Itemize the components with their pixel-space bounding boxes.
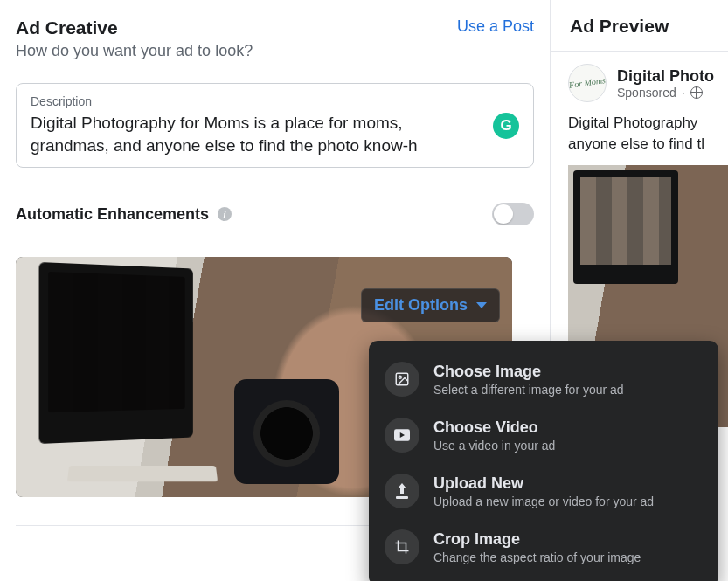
choose-video-option[interactable]: Choose Video Use a video in your ad [376,407,711,463]
sponsored-label: Sponsored [617,86,676,100]
upload-new-sub: Upload a new image or video for your ad [433,495,654,508]
ad-preview-header: Ad Preview [551,0,728,52]
description-label: Description [31,94,482,108]
description-text[interactable]: Digital Photography for Moms is a place … [31,112,482,156]
automatic-enhancements-toggle[interactable] [492,203,534,225]
page-avatar[interactable]: For Moms [568,64,607,102]
choose-video-title: Choose Video [433,418,555,437]
automatic-enhancements-label: Automatic Enhancements [16,205,209,224]
upload-icon [385,474,419,508]
crop-image-sub: Change the aspect ratio of your image [433,550,641,564]
choose-video-sub: Use a video in your ad [433,439,555,453]
crop-image-title: Crop Image [433,530,641,549]
page-name[interactable]: Digital Photo [617,67,714,86]
choose-image-option[interactable]: Choose Image Select a different image fo… [376,351,711,407]
info-icon[interactable]: i [218,207,232,221]
edit-options-button[interactable]: Edit Options [361,288,500,322]
use-a-post-link[interactable]: Use a Post [457,17,534,36]
upload-new-option[interactable]: Upload New Upload a new image or video f… [376,463,711,519]
edit-options-dropdown: Choose Image Select a different image fo… [369,341,718,581]
video-icon [385,418,419,453]
edit-options-label: Edit Options [374,296,468,315]
svg-rect-4 [396,496,408,499]
svg-point-1 [399,376,401,378]
crop-image-option[interactable]: Crop Image Change the aspect ratio of yo… [376,519,711,575]
choose-image-sub: Select a different image for your ad [433,383,624,397]
chevron-down-icon [476,302,487,308]
image-icon [385,362,419,397]
section-subtitle: How do you want your ad to look? [16,42,534,60]
grammarly-icon[interactable]: G [493,113,519,139]
globe-icon [690,86,703,99]
upload-new-title: Upload New [433,474,654,493]
description-field[interactable]: Description Digital Photography for Moms… [16,83,534,168]
preview-body-text: Digital Photography anyone else to find … [568,113,728,155]
dot-separator: · [682,86,685,100]
choose-image-title: Choose Image [433,363,624,381]
crop-icon [385,529,419,564]
section-title: Ad Creative [16,17,118,38]
